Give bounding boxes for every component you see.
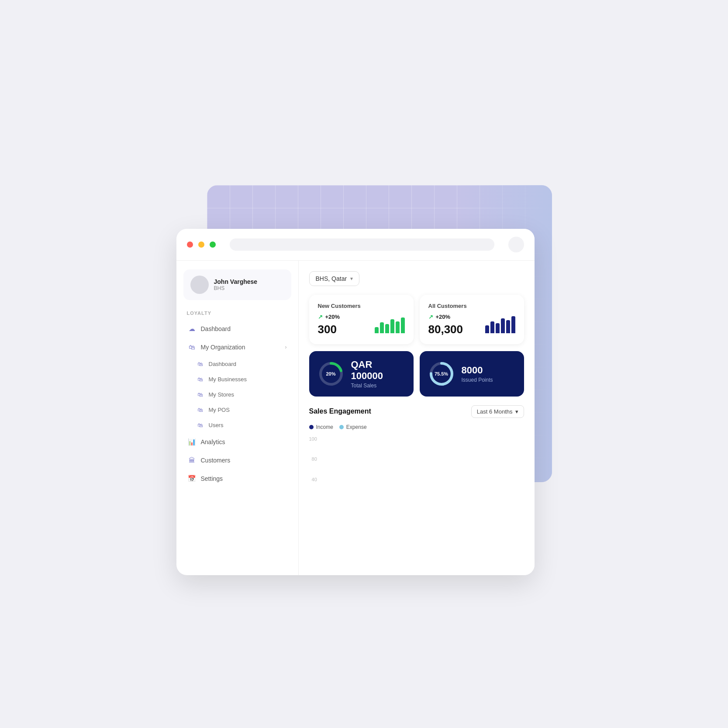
- nav-section-label: LOYALTY: [183, 311, 291, 316]
- users-icon: 🛍: [197, 421, 204, 429]
- store-selector-arrow: ▾: [350, 276, 353, 282]
- stat-chart-new-customers: [375, 314, 405, 333]
- sidebar-item-label-organization: My Organization: [201, 344, 245, 351]
- user-info: John Varghese BHS: [214, 278, 258, 291]
- bar: [490, 321, 494, 333]
- stat-change-all-customers: ↗ +20%: [428, 314, 463, 320]
- stat-value-new-customers: 300: [318, 323, 340, 336]
- user-name: John Varghese: [214, 278, 258, 285]
- metric-value-issued-points: 8000: [462, 365, 493, 376]
- sidebar-item-analytics[interactable]: 📊 Analytics: [183, 433, 291, 451]
- bar: [380, 322, 384, 333]
- title-bar: [176, 229, 535, 261]
- trend-up-icon: ↗: [318, 314, 323, 320]
- scene: John Varghese BHS LOYALTY ☁ Dashboard 🛍 …: [176, 185, 552, 543]
- stat-change-value-all-customers: +20%: [436, 314, 451, 320]
- bar-chart: 100 80 40: [309, 436, 524, 497]
- window-action-button[interactable]: [508, 237, 524, 252]
- sidebar-item-label-stores: My Stores: [209, 391, 235, 398]
- metric-value-total-sales: QAR 100000: [351, 359, 405, 382]
- legend-label-expense: Expense: [346, 424, 367, 430]
- legend-label-income: Income: [316, 424, 333, 430]
- bar: [385, 324, 389, 333]
- sidebar-item-settings[interactable]: 📅 Settings: [183, 470, 291, 487]
- y-label-40: 40: [309, 477, 317, 482]
- sidebar-item-sub-dashboard[interactable]: 🛍 Dashboard: [183, 357, 291, 372]
- sidebar-item-label-analytics: Analytics: [201, 438, 225, 445]
- donut-label-issued-points: 75.5%: [435, 371, 448, 376]
- stat-card-all-customers: All Customers ↗ +20% 80,300: [420, 295, 524, 344]
- stat-change-value-new-customers: +20%: [325, 314, 340, 320]
- businesses-icon: 🛍: [197, 376, 204, 383]
- dashboard-icon: ☁: [188, 324, 197, 333]
- sidebar-item-label-customers: Customers: [201, 457, 231, 464]
- user-org: BHS: [214, 285, 258, 291]
- window-dot-red[interactable]: [187, 242, 193, 248]
- metric-row: 20% QAR 100000 Total Sales: [309, 351, 524, 397]
- bar: [390, 319, 394, 333]
- stat-card-new-customers: New Customers ↗ +20% 300: [309, 295, 414, 344]
- analytics-icon: 📊: [188, 438, 197, 446]
- sidebar-item-my-organization[interactable]: 🛍 My Organization ›: [183, 338, 291, 356]
- section-title: Sales Engagement: [309, 407, 371, 415]
- bar: [375, 327, 379, 333]
- donut-label-total-sales: 20%: [326, 371, 335, 376]
- y-label-100: 100: [309, 436, 317, 442]
- sidebar-item-customers[interactable]: 🏛 Customers: [183, 452, 291, 469]
- sidebar-item-label-businesses: My Businesses: [209, 376, 247, 383]
- organization-icon: 🛍: [188, 343, 197, 352]
- bar: [401, 317, 405, 333]
- y-label-80: 80: [309, 456, 317, 462]
- donut-total-sales: 20%: [318, 361, 344, 387]
- legend-expense: Expense: [339, 424, 367, 430]
- donut-issued-points: 75.5%: [428, 361, 455, 387]
- metric-info-total-sales: QAR 100000 Total Sales: [351, 359, 405, 389]
- sidebar-item-users[interactable]: 🛍 Users: [183, 418, 291, 433]
- bar: [511, 316, 515, 333]
- main-panel: BHS, Qatar ▾ New Customers ↗ +20%: [299, 261, 535, 575]
- sidebar-item-label-pos: My POS: [209, 407, 230, 413]
- user-card: John Varghese BHS: [183, 269, 291, 300]
- period-selector[interactable]: Last 6 Months ▾: [471, 405, 524, 418]
- legend-dot-expense: [339, 425, 344, 429]
- bar: [506, 320, 510, 333]
- period-arrow-icon: ▾: [515, 408, 518, 415]
- sidebar-item-label-dashboard: Dashboard: [201, 325, 231, 332]
- sales-engagement-section: Sales Engagement Last 6 Months ▾ Income: [309, 405, 524, 497]
- period-label: Last 6 Months: [477, 408, 513, 415]
- bar: [501, 318, 505, 333]
- metric-card-total-sales: 20% QAR 100000 Total Sales: [309, 351, 414, 397]
- sidebar-item-dashboard[interactable]: ☁ Dashboard: [183, 320, 291, 338]
- metric-sub-total-sales: Total Sales: [351, 383, 405, 389]
- main-window: John Varghese BHS LOYALTY ☁ Dashboard 🛍 …: [176, 229, 535, 575]
- bar: [396, 321, 400, 333]
- stores-icon: 🛍: [197, 391, 204, 399]
- store-selector-label: BHS, Qatar: [316, 275, 347, 282]
- window-dot-green[interactable]: [210, 242, 216, 248]
- chart-legend: Income Expense: [309, 424, 524, 430]
- content-area: John Varghese BHS LOYALTY ☁ Dashboard 🛍 …: [176, 261, 535, 575]
- legend-dot-income: [309, 425, 314, 429]
- stat-label-new-customers: New Customers: [318, 303, 405, 309]
- customers-icon: 🏛: [188, 456, 197, 465]
- bar: [485, 325, 489, 333]
- sidebar-item-my-pos[interactable]: 🛍 My POS: [183, 403, 291, 417]
- sidebar-item-my-stores[interactable]: 🛍 My Stores: [183, 387, 291, 402]
- stats-row: New Customers ↗ +20% 300: [309, 295, 524, 344]
- address-bar: [230, 238, 494, 251]
- sidebar-item-label-sub-dashboard: Dashboard: [209, 361, 237, 367]
- trend-up-icon-all: ↗: [428, 314, 433, 320]
- avatar: [190, 276, 209, 294]
- section-header: Sales Engagement Last 6 Months ▾: [309, 405, 524, 418]
- sidebar: John Varghese BHS LOYALTY ☁ Dashboard 🛍 …: [176, 261, 299, 575]
- y-axis-labels: 100 80 40: [309, 436, 317, 497]
- window-dot-yellow[interactable]: [198, 242, 204, 248]
- stat-value-all-customers: 80,300: [428, 323, 463, 336]
- sub-dashboard-icon: 🛍: [197, 360, 204, 368]
- stat-info-new-customers: ↗ +20% 300: [318, 314, 340, 336]
- sidebar-item-label-users: Users: [209, 422, 224, 428]
- sidebar-item-my-businesses[interactable]: 🛍 My Businesses: [183, 372, 291, 387]
- chevron-right-icon: ›: [285, 344, 287, 350]
- store-selector[interactable]: BHS, Qatar ▾: [309, 271, 360, 286]
- pos-icon: 🛍: [197, 406, 204, 414]
